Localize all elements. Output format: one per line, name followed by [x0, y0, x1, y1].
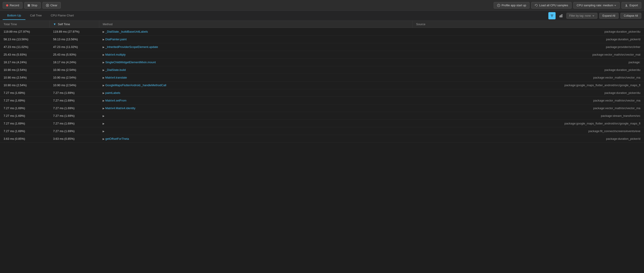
cell-total-time: 7.27 ms (1.69%): [0, 112, 50, 120]
filter-list-icon-button[interactable]: [548, 12, 556, 19]
profile-label: Profile app start up: [502, 4, 526, 7]
cell-total-time: 18.17 ms (4.24%): [0, 58, 50, 66]
cell-total-time: 10.90 ms (2.54%): [0, 82, 50, 89]
load-label: Load all CPU samples: [539, 4, 568, 7]
cell-self-time: 10.90 ms (2.54%): [50, 66, 99, 74]
table-row[interactable]: 7.27 ms (1.69%)7.27 ms (1.69%)▶paintLabe…: [0, 89, 644, 97]
toolbar-center: Profile app start up Load all CPU sample…: [494, 2, 641, 8]
cell-method: ▶paintLabels: [99, 89, 412, 97]
cell-total-time: 47.23 ms (11.02%): [0, 43, 50, 51]
export-label: Export: [629, 4, 638, 7]
profiler-table-container: Total Time ▼ Self Time Method Source 119…: [0, 21, 644, 273]
cell-self-time: 18.17 ms (4.24%): [50, 58, 99, 66]
table-row[interactable]: 3.63 ms (0.85%)3.63 ms (0.85%)▶getOffset…: [0, 135, 644, 143]
cell-source: package:stream_transform/src: [412, 112, 644, 120]
cell-self-time: 10.90 ms (2.54%): [50, 82, 99, 89]
cell-total-time: 7.27 ms (1.69%): [0, 128, 50, 135]
cell-self-time: 58.13 ms (13.56%): [50, 36, 99, 43]
table-row[interactable]: 18.17 ms (4.24%)18.17 ms (4.24%)▶SingleC…: [0, 58, 644, 66]
cell-total-time: 7.27 ms (1.69%): [0, 97, 50, 104]
tab-call-tree[interactable]: Call Tree: [26, 12, 46, 20]
cell-method: ▶: [99, 112, 412, 120]
table-header-row: Total Time ▼ Self Time Method Source: [0, 21, 644, 28]
table-row[interactable]: 10.90 ms (2.54%)10.90 ms (2.54%)▶Matrix4…: [0, 74, 644, 82]
tab-bottom-up[interactable]: Bottom Up: [3, 12, 26, 20]
cell-source: package:duration_picker/du: [412, 89, 644, 97]
table-row[interactable]: 7.27 ms (1.69%)7.27 ms (1.69%)▶package:g…: [0, 120, 644, 128]
profile-icon: [497, 4, 500, 7]
cell-source: package:duration_picker/d: [412, 135, 644, 143]
filter-list-icon: [550, 14, 554, 18]
stop-icon: [28, 4, 30, 6]
cell-source: package:vector_math/src/vector_ma: [412, 74, 644, 82]
load-cpu-button[interactable]: Load all CPU samples: [531, 2, 572, 8]
cell-total-time: 3.63 ms (0.85%): [0, 135, 50, 143]
clear-icon: [46, 4, 49, 7]
stop-label: Stop: [31, 4, 37, 7]
cell-source: package:google_maps_flutter_android/src/…: [412, 82, 644, 89]
cell-total-time: 7.27 ms (1.69%): [0, 104, 50, 112]
cell-source: package:: [412, 58, 644, 66]
collapse-all-button[interactable]: Collapse All: [620, 13, 641, 19]
cell-method: ▶Matrix4.translate: [99, 74, 412, 82]
table-row[interactable]: 7.27 ms (1.69%)7.27 ms (1.69%)▶package:f…: [0, 128, 644, 135]
svg-rect-10: [560, 15, 561, 17]
cell-total-time: 7.27 ms (1.69%): [0, 89, 50, 97]
svg-rect-9: [560, 16, 560, 17]
export-button[interactable]: Export: [622, 2, 641, 8]
table-row[interactable]: 119.89 ms (27.97%)119.89 ms (27.97%)▶_Di…: [0, 28, 644, 36]
cell-source: package:vector_math/src/vector_ma: [412, 97, 644, 104]
cell-self-time: 10.90 ms (2.54%): [50, 74, 99, 82]
cell-method: ▶Matrix4.Matrix4.identity: [99, 104, 412, 112]
cell-source: package:duration_picker/d: [412, 36, 644, 43]
cell-source: package:provider/src/inher: [412, 43, 644, 51]
cell-method: ▶_DialState.build: [99, 66, 412, 74]
table-row[interactable]: 7.27 ms (1.69%)7.27 ms (1.69%)▶Matrix4.s…: [0, 97, 644, 104]
expand-all-button[interactable]: Expand All: [599, 13, 619, 19]
tabs-bar: Bottom Up Call Tree CPU Flame Chart Filt…: [0, 11, 644, 21]
cell-method: ▶Matrix4.setFrom: [99, 97, 412, 104]
record-icon: [6, 4, 8, 6]
cell-total-time: 25.43 ms (5.93%): [0, 51, 50, 58]
stop-button[interactable]: Stop: [24, 2, 41, 8]
filter-chevron-icon: [592, 15, 594, 17]
cell-method: ▶: [99, 128, 412, 135]
table-row[interactable]: 7.27 ms (1.69%)7.27 ms (1.69%)▶package:s…: [0, 112, 644, 120]
table-row[interactable]: 10.90 ms (2.54%)10.90 ms (2.54%)▶GoogleM…: [0, 82, 644, 89]
bar-chart-icon: [559, 14, 563, 18]
cell-method: ▶_DialState._buildBaseUnitLabels: [99, 28, 412, 36]
tab-cpu-flame-chart[interactable]: CPU Flame Chart: [46, 12, 78, 20]
chart-icon-button[interactable]: [557, 12, 564, 19]
clear-label: Clear: [50, 4, 58, 7]
header-method[interactable]: Method: [99, 21, 412, 28]
toolbar: Record Stop Clear Profile app start up L…: [0, 0, 644, 11]
record-label: Record: [10, 4, 19, 7]
cell-source: package:vector_math/src/vector_ma: [412, 104, 644, 112]
chevron-down-icon: [614, 4, 616, 6]
table-row[interactable]: 25.43 ms (5.93%)25.43 ms (5.93%)▶Matrix4…: [0, 51, 644, 58]
export-icon: [625, 4, 628, 7]
cell-source: package:fit_connect/screens/events/eve: [412, 128, 644, 135]
sampling-rate-label: CPU sampling rate: medium: [577, 4, 614, 7]
header-source[interactable]: Source: [412, 21, 644, 28]
table-row[interactable]: 10.90 ms (2.54%)10.90 ms (2.54%)▶_DialSt…: [0, 66, 644, 74]
cell-method: ▶SingleChildWidgetElementMixin.mount: [99, 58, 412, 66]
record-button[interactable]: Record: [3, 2, 22, 8]
table-row[interactable]: 58.13 ms (13.56%)58.13 ms (13.56%)▶DialP…: [0, 36, 644, 43]
header-total-time[interactable]: Total Time: [0, 21, 50, 28]
sampling-rate-dropdown[interactable]: CPU sampling rate: medium: [573, 2, 620, 8]
header-self-time[interactable]: ▼ Self Time: [50, 21, 99, 28]
table-row[interactable]: 7.27 ms (1.69%)7.27 ms (1.69%)▶Matrix4.M…: [0, 104, 644, 112]
cell-total-time: 7.27 ms (1.69%): [0, 120, 50, 128]
cell-source: package:vector_math/src/vector_mat: [412, 51, 644, 58]
cell-self-time: 25.43 ms (5.93%): [50, 51, 99, 58]
profile-startup-button[interactable]: Profile app start up: [494, 2, 530, 8]
cell-source: package:duration_picker/du: [412, 66, 644, 74]
filter-tag-dropdown[interactable]: Filter by tag: none: [566, 13, 598, 19]
clear-button[interactable]: Clear: [42, 2, 61, 8]
cell-total-time: 10.90 ms (2.54%): [0, 66, 50, 74]
table-row[interactable]: 47.23 ms (11.02%)47.23 ms (11.02%)▶_Inhe…: [0, 43, 644, 51]
cell-total-time: 10.90 ms (2.54%): [0, 74, 50, 82]
profiler-table: Total Time ▼ Self Time Method Source 119…: [0, 21, 644, 143]
cell-total-time: 119.89 ms (27.97%): [0, 28, 50, 36]
